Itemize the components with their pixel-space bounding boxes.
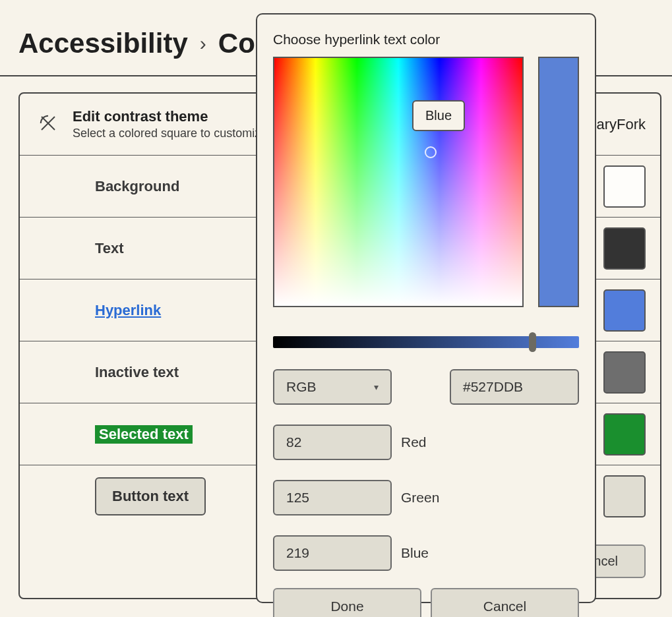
color-swatch[interactable] xyxy=(603,475,646,517)
card-title: Edit contrast theme xyxy=(73,108,267,125)
picker-cursor-icon xyxy=(425,146,437,158)
chevron-down-icon: ▾ xyxy=(374,382,379,392)
theme-row-label: Hyperlink xyxy=(95,302,161,319)
color-swatch[interactable] xyxy=(603,351,646,394)
theme-row-label: Text xyxy=(95,240,124,257)
color-mode-value: RGB xyxy=(286,379,317,395)
card-subtitle: Select a colored square to customize xyxy=(73,127,267,140)
green-label: Green xyxy=(401,490,439,506)
dialog-title: Choose hyperlink text color xyxy=(273,32,579,47)
color-swatch[interactable] xyxy=(603,165,646,208)
chevron-right-icon: › xyxy=(200,32,206,55)
value-slider-thumb[interactable] xyxy=(529,332,536,352)
red-label: Red xyxy=(401,434,427,450)
hex-input[interactable] xyxy=(450,369,579,405)
theme-row-label: Background xyxy=(95,178,179,195)
green-input[interactable] xyxy=(273,480,392,515)
red-input[interactable] xyxy=(273,425,392,460)
theme-row-label: Selected text xyxy=(95,425,193,444)
color-mode-select[interactable]: RGB ▾ xyxy=(273,369,392,405)
theme-row-label: Button text xyxy=(95,477,206,515)
breadcrumb-parent[interactable]: Accessibility xyxy=(18,28,188,59)
cancel-button[interactable]: Cancel xyxy=(431,588,579,617)
blue-label: Blue xyxy=(401,545,429,561)
blue-input[interactable] xyxy=(273,535,392,571)
color-picker-dialog: Choose hyperlink text color Blue RGB ▾ R… xyxy=(256,13,596,603)
value-slider[interactable] xyxy=(273,336,579,348)
edit-icon xyxy=(38,113,58,136)
theme-row-label: Inactive text xyxy=(95,364,179,381)
color-tooltip: Blue xyxy=(412,100,465,131)
saturation-value-field[interactable]: Blue xyxy=(273,57,524,307)
color-swatch[interactable] xyxy=(603,289,646,332)
hue-slider[interactable] xyxy=(538,57,579,307)
done-button[interactable]: Done xyxy=(273,588,421,617)
theme-name: naryFork xyxy=(588,116,646,133)
color-swatch[interactable] xyxy=(603,227,646,270)
color-swatch[interactable] xyxy=(603,413,646,455)
